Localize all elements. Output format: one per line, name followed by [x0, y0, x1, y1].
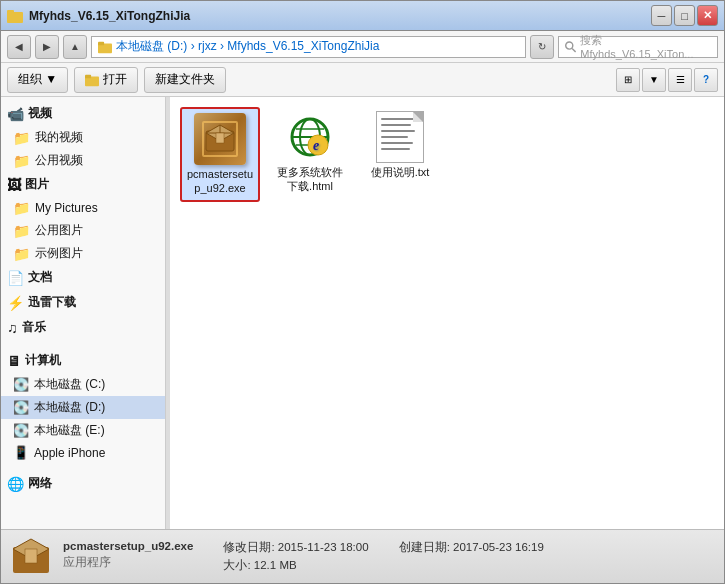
sidebar-label: 本地磁盘 (C:) [34, 376, 105, 393]
modified-label: 修改日期: [223, 541, 274, 553]
open-button[interactable]: 打开 [74, 67, 138, 93]
doc-group-icon: 📄 [7, 270, 24, 286]
drive-icon: 💽 [13, 377, 29, 392]
sidebar-label: 本地磁盘 (D:) [34, 399, 105, 416]
toolbar: 组织 ▼ 打开 新建文件夹 ⊞ ▼ ☰ ? [1, 63, 724, 97]
video-group-icon: 📹 [7, 106, 24, 122]
svg-rect-8 [206, 131, 234, 151]
sidebar-item-drive-e[interactable]: 💽 本地磁盘 (E:) [1, 419, 165, 442]
sidebar-label: My Pictures [35, 201, 98, 215]
svg-rect-7 [85, 74, 91, 78]
open-icon [85, 73, 99, 87]
sidebar-item-drive-c[interactable]: 💽 本地磁盘 (C:) [1, 373, 165, 396]
view-details-button[interactable]: ☰ [668, 68, 692, 92]
svg-point-4 [566, 42, 573, 49]
sidebar-label: Apple iPhone [34, 446, 105, 460]
sidebar-item-myvideo[interactable]: 📁 我的视频 [1, 126, 165, 149]
organize-button[interactable]: 组织 ▼ [7, 67, 68, 93]
status-col-right: 创建日期: 2017-05-23 16:19 [399, 540, 544, 573]
sidebar-group-network[interactable]: 🌐 网络 [1, 471, 165, 496]
sidebar-label: 示例图片 [35, 245, 83, 262]
drive-icon: 💽 [13, 400, 29, 415]
status-modified: 修改日期: 2015-11-23 18:00 [223, 540, 368, 555]
modified-value: 2015-11-23 18:00 [278, 541, 369, 553]
created-label: 创建日期: [399, 541, 450, 553]
close-button[interactable]: ✕ [697, 5, 718, 26]
window-icon [7, 8, 23, 24]
sidebar-item-apple-iphone[interactable]: 📱 Apple iPhone [1, 442, 165, 463]
file-icon-html: e [284, 111, 336, 163]
path-icon [98, 40, 112, 54]
sidebar-group-doc[interactable]: 📄 文档 [1, 265, 165, 290]
phone-icon: 📱 [13, 445, 29, 460]
view-extra-button[interactable]: ⊞ [616, 68, 640, 92]
title-bar: Mfyhds_V6.15_XiTongZhiJia ─ □ ✕ [1, 1, 724, 31]
size-label: 大小: [223, 559, 250, 571]
address-path[interactable]: 本地磁盘 (D:) › rjxz › Mfyhds_V6.15_XiTongZh… [91, 36, 526, 58]
sidebar-label: 公用视频 [35, 152, 83, 169]
file-item-exe[interactable]: pcmastersetup_u92.exe [180, 107, 260, 202]
created-value: 2017-05-23 16:19 [453, 541, 544, 553]
folder-icon: 📁 [13, 200, 30, 216]
help-button[interactable]: ? [694, 68, 718, 92]
title-bar-left: Mfyhds_V6.15_XiTongZhiJia [7, 8, 190, 24]
up-button[interactable]: ▲ [63, 35, 87, 59]
music-group-label: 音乐 [22, 319, 46, 336]
status-file-icon [11, 537, 51, 577]
new-folder-button[interactable]: 新建文件夹 [144, 67, 226, 93]
svg-rect-14 [216, 133, 224, 143]
video-group-label: 视频 [28, 105, 52, 122]
sidebar-group-video[interactable]: 📹 视频 [1, 101, 165, 126]
svg-rect-9 [206, 131, 234, 151]
folder-icon: 📁 [13, 153, 30, 169]
picture-group-icon: 🖼 [7, 177, 21, 193]
sidebar-group-download[interactable]: ⚡ 迅雷下载 [1, 290, 165, 315]
svg-marker-10 [206, 125, 234, 141]
txt-icon [376, 111, 424, 163]
svg-text:e: e [313, 138, 319, 153]
svg-line-5 [572, 48, 576, 52]
computer-group-icon: 🖥 [7, 353, 21, 369]
status-size: 大小: 12.1 MB [223, 558, 368, 573]
music-group-icon: ♫ [7, 320, 18, 336]
status-info: pcmastersetup_u92.exe 应用程序 修改日期: 2015-11… [63, 540, 714, 573]
download-group-icon: ⚡ [7, 295, 24, 311]
sidebar-item-mypictures[interactable]: 📁 My Pictures [1, 197, 165, 219]
status-filename: pcmastersetup_u92.exe [63, 540, 193, 552]
sidebar-label: 公用图片 [35, 222, 83, 239]
status-pkg-icon [11, 537, 51, 577]
download-group-label: 迅雷下载 [28, 294, 76, 311]
folder-icon: 📁 [13, 223, 30, 239]
svg-rect-1 [7, 10, 14, 14]
sidebar-item-publicpicture[interactable]: 📁 公用图片 [1, 219, 165, 242]
picture-group-label: 图片 [25, 176, 49, 193]
sidebar-group-picture[interactable]: 🖼 图片 [1, 172, 165, 197]
open-label: 打开 [103, 71, 127, 88]
sidebar-group-music[interactable]: ♫ 音乐 [1, 315, 165, 340]
sidebar-group-computer[interactable]: 🖥 计算机 [1, 348, 165, 373]
search-placeholder: 搜索 Mfyhds_V6.15_XiTon... [580, 33, 711, 60]
drive-icon: 💽 [13, 423, 29, 438]
content-area: 📹 视频 📁 我的视频 📁 公用视频 🖼 图片 📁 My Pictures [1, 97, 724, 529]
file-item-html[interactable]: e 更多系统软件下载.html [270, 107, 350, 202]
search-box[interactable]: 搜索 Mfyhds_V6.15_XiTon... [558, 36, 718, 58]
refresh-button[interactable]: ↻ [530, 35, 554, 59]
status-created: 创建日期: 2017-05-23 16:19 [399, 540, 544, 555]
size-value: 12.1 MB [254, 559, 297, 571]
sidebar-item-drive-d[interactable]: 💽 本地磁盘 (D:) [1, 396, 165, 419]
forward-button[interactable]: ▶ [35, 35, 59, 59]
sidebar-item-publicvideo[interactable]: 📁 公用视频 [1, 149, 165, 172]
status-filetype: 应用程序 [63, 555, 193, 570]
sidebar-item-samplepicture[interactable]: 📁 示例图片 [1, 242, 165, 265]
folder-icon: 📁 [13, 130, 30, 146]
svg-marker-11 [206, 125, 234, 141]
ie-svg: e [286, 113, 334, 161]
file-item-txt[interactable]: 使用说明.txt [360, 107, 440, 202]
maximize-button[interactable]: □ [674, 5, 695, 26]
file-grid: pcmastersetup_u92.exe [180, 107, 714, 202]
view-toggle-button[interactable]: ▼ [642, 68, 666, 92]
folder-icon: 📁 [13, 246, 30, 262]
back-button[interactable]: ◀ [7, 35, 31, 59]
minimize-button[interactable]: ─ [651, 5, 672, 26]
package-icon [194, 113, 246, 165]
